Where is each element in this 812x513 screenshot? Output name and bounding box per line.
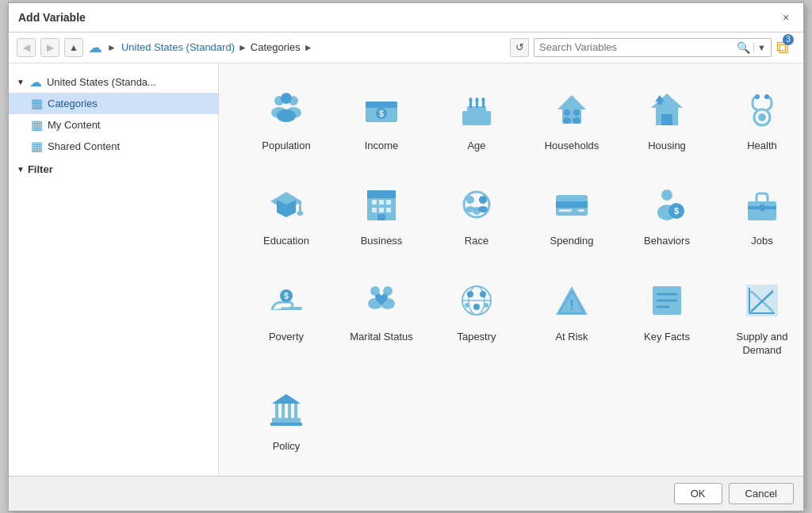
svg-point-73 — [480, 291, 486, 297]
categories-label: Categories — [48, 98, 98, 109]
spending-label: Spending — [550, 235, 594, 248]
category-item-education[interactable]: Education — [243, 174, 330, 255]
spending-icon — [548, 181, 596, 228]
policy-label: Policy — [273, 440, 301, 454]
svg-rect-10 — [462, 111, 491, 125]
svg-point-48 — [479, 196, 487, 204]
filter-arrow: ▼ — [17, 165, 25, 174]
category-item-tapestry[interactable]: Tapestry — [433, 270, 520, 364]
income-label: Income — [365, 140, 399, 153]
marital-status-label: Marital Status — [350, 331, 412, 344]
category-item-business[interactable]: Business — [338, 174, 425, 255]
category-item-spending[interactable]: Spending — [528, 174, 615, 255]
search-dropdown[interactable]: ▼ — [753, 43, 766, 52]
svg-text:$: $ — [284, 292, 289, 301]
svg-text:$: $ — [674, 206, 679, 216]
svg-rect-26 — [661, 114, 672, 125]
layers-badge-container: ⧉ 3 — [776, 37, 789, 58]
category-item-key-facts[interactable]: Key Facts — [623, 270, 710, 364]
svg-point-76 — [484, 303, 488, 308]
category-item-income[interactable]: $ Income — [338, 79, 425, 159]
svg-rect-44 — [386, 208, 391, 212]
tapestry-icon — [453, 277, 500, 324]
health-label: Health — [747, 140, 777, 153]
filter-header[interactable]: ▼ Filter — [17, 163, 210, 175]
income-icon: $ — [358, 86, 405, 133]
svg-point-75 — [465, 303, 469, 308]
race-icon — [453, 181, 500, 228]
behaviors-label: Behaviors — [644, 235, 690, 248]
svg-point-50 — [465, 206, 475, 212]
svg-point-21 — [564, 109, 570, 116]
my-content-label: My Content — [48, 119, 100, 131]
category-item-age[interactable]: Age — [433, 79, 520, 159]
category-item-jobs[interactable]: Jobs — [718, 174, 803, 255]
cancel-button[interactable]: Cancel — [729, 483, 794, 504]
svg-rect-16 — [482, 101, 485, 108]
svg-rect-94 — [294, 404, 297, 418]
supply-and-demand-label: Supply and Demand — [725, 331, 799, 358]
jobs-label: Jobs — [751, 235, 772, 248]
svg-rect-55 — [578, 209, 584, 212]
shared-content-label: Shared Content — [48, 140, 120, 152]
svg-rect-53 — [556, 201, 588, 208]
refresh-button[interactable]: ↺ — [510, 38, 529, 57]
category-item-race[interactable]: Race — [433, 174, 520, 255]
back-button[interactable]: ◀ — [17, 38, 36, 57]
svg-rect-38 — [367, 190, 396, 198]
svg-rect-92 — [282, 404, 285, 418]
category-item-poverty[interactable]: $ Poverty — [243, 270, 330, 364]
forward-button[interactable]: ▶ — [40, 38, 59, 57]
search-input[interactable] — [539, 41, 737, 53]
category-item-population[interactable]: Population — [243, 79, 330, 159]
grid-icon-mycontent: ▦ — [31, 117, 43, 132]
svg-rect-43 — [379, 208, 384, 212]
category-item-housing[interactable]: Housing — [623, 79, 710, 159]
breadcrumb-sep2: ► — [238, 42, 247, 53]
svg-point-72 — [467, 291, 473, 297]
svg-text:!: ! — [569, 297, 574, 313]
svg-point-74 — [473, 304, 480, 310]
dialog-title: Add Variable — [18, 11, 86, 24]
root-label: United States (Standa... — [47, 76, 156, 88]
svg-rect-15 — [476, 101, 478, 108]
population-label: Population — [262, 140, 310, 153]
svg-point-56 — [661, 190, 672, 201]
key-facts-icon — [643, 277, 691, 324]
svg-point-23 — [563, 117, 571, 124]
category-item-at-risk[interactable]: ! At Risk — [528, 270, 615, 364]
svg-point-5 — [277, 109, 296, 122]
svg-rect-14 — [469, 101, 472, 108]
svg-point-47 — [466, 196, 474, 204]
close-button[interactable]: × — [778, 10, 794, 25]
housing-label: Housing — [648, 140, 686, 153]
category-item-marital-status[interactable]: Marital Status — [338, 270, 425, 364]
sidebar-item-shared-content[interactable]: ▦ Shared Content — [9, 136, 218, 157]
breadcrumb-root-link[interactable]: United States (Standard) — [121, 41, 235, 53]
category-item-households[interactable]: Households — [528, 79, 615, 159]
ok-button[interactable]: OK — [674, 483, 722, 504]
category-item-health[interactable]: Health — [718, 79, 803, 159]
svg-point-17 — [469, 98, 473, 102]
category-item-policy[interactable]: Policy — [243, 380, 330, 460]
layers-badge: 3 — [783, 34, 794, 45]
svg-point-31 — [755, 94, 760, 99]
up-button[interactable]: ▲ — [64, 38, 83, 57]
svg-rect-42 — [372, 208, 377, 212]
svg-rect-62 — [760, 205, 764, 211]
at-risk-icon: ! — [548, 277, 596, 324]
households-icon — [548, 86, 596, 133]
business-icon — [358, 181, 405, 228]
svg-point-2 — [281, 93, 292, 104]
category-item-supply-and-demand[interactable]: Supply and Demand — [718, 270, 803, 364]
population-icon — [262, 86, 310, 133]
sidebar-item-root[interactable]: ▼ ☁ United States (Standa... — [9, 71, 218, 93]
sidebar: ▼ ☁ United States (Standa... ▦ Categorie… — [9, 63, 219, 476]
search-box: 🔍 ▼ — [534, 38, 772, 57]
svg-rect-39 — [372, 200, 377, 205]
svg-rect-35 — [299, 201, 301, 212]
key-facts-label: Key Facts — [644, 331, 690, 344]
sidebar-item-my-content[interactable]: ▦ My Content — [9, 114, 218, 136]
sidebar-item-categories[interactable]: ▦ Categories — [9, 93, 218, 114]
category-item-behaviors[interactable]: $ Behaviors — [623, 174, 710, 255]
